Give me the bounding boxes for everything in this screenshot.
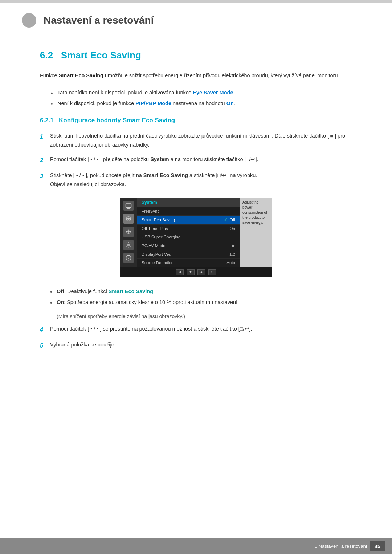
svg-rect-0: [126, 204, 131, 208]
osd-item-usb-label: USB Super Charging: [142, 235, 180, 239]
osd-item-smarteco-label: Smart Eco Saving: [142, 218, 175, 222]
osd-item-source-label: Source Detection: [142, 260, 173, 265]
osd-icon-picture: [123, 201, 134, 211]
main-content: 6.2 Smart Eco Saving Funkce Smart Eco Sa…: [0, 50, 392, 378]
subsection-heading: 6.2.1 Konfigurace hodnoty Smart Eco Savi…: [40, 117, 352, 124]
steps-list: 1 Stisknutím libovolného tlačítka na pře…: [40, 131, 352, 189]
option-off: Off: Deaktivuje funkci Smart Eco Saving.: [50, 287, 352, 296]
osd-nav-bar: ◄ ▼ ▲ ↵: [120, 267, 272, 277]
steps-4-5: 4 Pomocí tlačítek [ • / • ] se přesuňte …: [40, 324, 352, 350]
page-footer: 6 Nastavení a resetování 85: [0, 538, 392, 554]
osd-item-source-value: Auto: [226, 260, 235, 265]
step-3-number: 3: [40, 171, 50, 189]
nav-btn-up: ▲: [197, 269, 205, 275]
osd-item-smarteco-value: ✓ Off: [224, 217, 235, 222]
picture-icon: [125, 202, 132, 209]
intro-text-before: Funkce: [40, 73, 59, 78]
step-5-content: Vybraná položka se použije.: [50, 340, 352, 350]
osd-tooltip: Adjust the power consumption of the prod…: [240, 198, 272, 267]
svg-point-5: [128, 244, 130, 246]
page-header: Nastavení a resetování: [0, 3, 392, 35]
bullet1-before: Tato nabídka není k dispozici, pokud je …: [57, 90, 193, 95]
osd-menu-title: System: [137, 198, 240, 207]
osd-menu: System FreeSync Smart Eco Saving ✓ Off O…: [137, 198, 240, 267]
step-4: 4 Pomocí tlačítek [ • / • ] se přesuňte …: [40, 324, 352, 335]
subsection-title: Konfigurace hodnoty Smart Eco Saving: [59, 117, 175, 124]
osd-item-pcav-value: ▶: [232, 243, 235, 248]
osd-screenshot: System FreeSync Smart Eco Saving ✓ Off O…: [40, 198, 352, 277]
bullet2-after2: .: [234, 100, 235, 106]
osd-icon-info: [123, 253, 134, 263]
options-note: (Míra snížení spotřeby energie závisí na…: [57, 313, 352, 319]
bullet1-highlight: Eye Saver Mode: [193, 90, 233, 95]
options-list: Off: Deaktivuje funkci Smart Eco Saving.…: [50, 287, 352, 307]
step-5: 5 Vybraná položka se použije.: [40, 340, 352, 350]
section-heading: 6.2 Smart Eco Saving: [40, 50, 352, 61]
osd-display: System FreeSync Smart Eco Saving ✓ Off O…: [120, 198, 272, 277]
bullet2-highlight: PIP/PBP Mode: [135, 100, 171, 106]
osd-item-offtimer-label: Off Timer Plus: [142, 226, 168, 231]
osd-item-pcav-label: PC/AV Mode: [142, 243, 166, 248]
gear-icon: [125, 242, 132, 248]
osd-main-area: System FreeSync Smart Eco Saving ✓ Off O…: [120, 198, 272, 267]
option-on-text: : Spotřeba energie automaticky klesne o …: [64, 299, 239, 305]
step-4-content: Pomocí tlačítek [ • / • ] se přesuňte na…: [50, 324, 352, 335]
bullet2-highlight2: On: [226, 100, 234, 106]
step-1-content: Stisknutím libovolného tlačítka na předn…: [50, 131, 352, 149]
osd-item-freesync-label: FreeSync: [142, 209, 159, 213]
section-number: 6.2: [40, 50, 53, 61]
osd-item-displayport-value: 1.2: [229, 252, 235, 257]
step-3: 3 Stiskněte [ • / • ], pokud chcete přej…: [40, 171, 352, 189]
option-off-text-before: : Deaktivuje funkci: [64, 288, 109, 294]
page-title: Nastavení a resetování: [44, 15, 154, 26]
subsection-number: 6.2.1: [40, 117, 54, 124]
color-icon: [125, 216, 132, 222]
osd-item-freesync: FreeSync: [137, 207, 240, 216]
step-1-number: 1: [40, 131, 50, 149]
bullet2-before: Není k dispozici, pokud je funkce: [57, 100, 135, 106]
osd-item-offtimer: Off Timer Plus On: [137, 225, 240, 233]
bullet-item-2: Není k dispozici, pokud je funkce PIP/PB…: [51, 99, 352, 108]
arrows-icon: [125, 229, 132, 235]
info-icon: [125, 255, 132, 261]
osd-tooltip-text: Adjust the power consumption of the prod…: [242, 200, 267, 225]
section-title: Smart Eco Saving: [61, 50, 141, 61]
page: Nastavení a resetování 6.2 Smart Eco Sav…: [0, 0, 392, 554]
osd-icon-size: [123, 227, 134, 237]
svg-point-4: [127, 218, 130, 220]
bullet2-after: nastavena na hodnotu: [171, 100, 226, 106]
note-bullets: Tato nabídka není k dispozici, pokud je …: [51, 88, 352, 108]
intro-text-after: umožňuje snížit spotřebu energie řízením…: [103, 73, 339, 78]
option-on-label: On: [57, 299, 64, 305]
osd-item-displayport-label: DisplayPort Ver.: [142, 252, 171, 257]
osd-sidebar: [120, 198, 137, 267]
osd-item-smarteco: Smart Eco Saving ✓ Off: [137, 216, 240, 225]
nav-btn-left: ◄: [176, 269, 184, 275]
step-4-number: 4: [40, 324, 50, 335]
step-3-subtext: Objeví se následující obrazovka.: [50, 181, 126, 187]
step-1: 1 Stisknutím libovolného tlačítka na pře…: [40, 131, 352, 149]
footer-text: 6 Nastavení a resetování: [315, 543, 367, 549]
option-off-highlight: Smart Eco Saving: [109, 288, 153, 294]
option-off-text-after: .: [153, 288, 155, 294]
footer-number: 85: [370, 541, 385, 551]
step-3-content: Stiskněte [ • / • ], pokud chcete přejít…: [50, 171, 352, 189]
step-2: 2 Pomocí tlačítek [ • / • ] přejděte na …: [40, 155, 352, 165]
nav-btn-down: ▼: [187, 269, 195, 275]
option-on: On: Spotřeba energie automaticky klesne …: [50, 298, 352, 307]
check-icon: ✓: [224, 217, 228, 222]
option-off-label: Off: [57, 288, 64, 294]
step-5-number: 5: [40, 340, 50, 350]
chapter-icon: [22, 13, 36, 28]
osd-item-usb: USB Super Charging: [137, 233, 240, 241]
intro-paragraph: Funkce Smart Eco Saving umožňuje snížit …: [40, 71, 352, 80]
bullet-item-1: Tato nabídka není k dispozici, pokud je …: [51, 88, 352, 97]
svg-point-8: [128, 257, 129, 257]
osd-icon-settings: [123, 240, 134, 250]
step-2-content: Pomocí tlačítek [ • / • ] přejděte na po…: [50, 155, 352, 165]
intro-bold: Smart Eco Saving: [59, 73, 103, 78]
step-2-number: 2: [40, 155, 50, 165]
osd-icon-color: [123, 214, 134, 224]
osd-item-displayport: DisplayPort Ver. 1.2: [137, 250, 240, 259]
nav-btn-enter: ↵: [208, 269, 216, 275]
